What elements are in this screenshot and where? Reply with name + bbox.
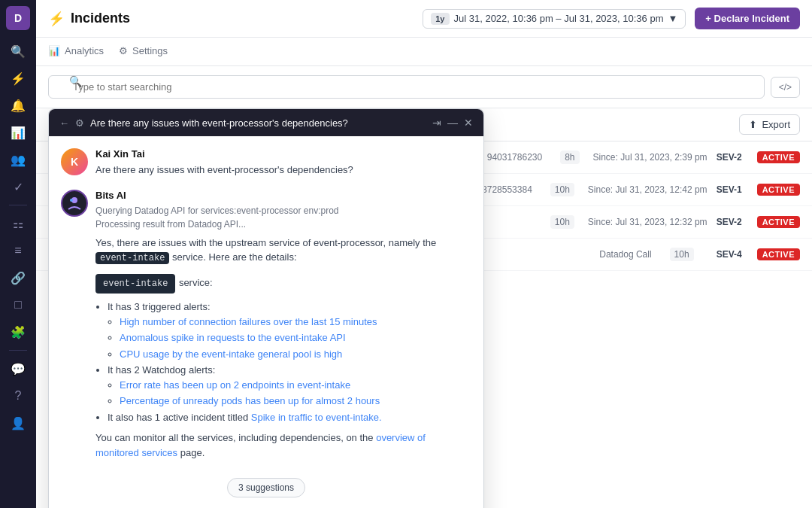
suggestions-row: 3 suggestions: [61, 472, 471, 500]
sidebar-icon-search[interactable]: 🔍: [6, 39, 30, 63]
since-1: Since: Jul 31, 2023, 2:39 pm: [593, 152, 707, 163]
export-icon: ⬆: [749, 119, 757, 130]
service-code-block: event-intake: [95, 274, 175, 294]
sidebar-icon-puzzle[interactable]: 🧩: [6, 320, 30, 344]
search-bar-container: 🔍 </>: [36, 66, 812, 108]
alert-link-2[interactable]: Anomalous spike in requests to the event…: [120, 332, 346, 343]
sev-badge-2: SEV-1: [717, 184, 742, 195]
chat-pin-button[interactable]: ⇥: [432, 117, 441, 129]
page-title: Incidents: [71, 11, 130, 26]
since-2: Since: Jul 31, 2023, 12:42 pm: [588, 184, 707, 195]
period-badge: 1y: [431, 13, 449, 25]
chat-message-ai: Bits AI Querying Datadog API for service…: [61, 190, 471, 461]
avatar-bits: [61, 190, 88, 217]
duration-3: 10h: [550, 215, 574, 229]
list-item: Percentage of unready pods has been up f…: [120, 394, 471, 409]
export-button[interactable]: ⬆ Export: [739, 114, 800, 135]
tab-settings-label: Settings: [132, 45, 168, 56]
sidebar-icon-users[interactable]: 👥: [6, 148, 30, 172]
chat-header-title: Are there any issues with event-processo…: [90, 117, 426, 129]
sev-badge-3: SEV-2: [717, 217, 742, 227]
sev-badge-1: SEV-2: [717, 152, 742, 163]
monitor-link[interactable]: overview of monitored services: [95, 432, 426, 458]
chat-message-user: K Kai Xin Tai Are there any issues with …: [61, 148, 471, 178]
message-content-ai: Bits AI Querying Datadog API for service…: [95, 190, 471, 461]
message-content-1: Kai Xin Tai Are there any issues with ev…: [95, 148, 471, 178]
tab-analytics-label: Analytics: [65, 45, 104, 56]
list-item: Error rate has been up on 2 endpoints in…: [120, 378, 471, 393]
service-label: service:: [179, 277, 213, 288]
duration-1: 8h: [560, 151, 579, 164]
footer-text: You can monitor all the services, includ…: [95, 430, 471, 460]
avatar-kai: K: [61, 148, 88, 175]
sidebar-icon-box[interactable]: □: [6, 293, 30, 317]
chat-panel: ← ⚙ Are there any issues with event-proc…: [48, 108, 484, 508]
analytics-icon: 📊: [48, 45, 60, 56]
export-label: Export: [762, 119, 790, 130]
code-toggle-button[interactable]: </>: [771, 77, 800, 98]
chat-body: K Kai Xin Tai Are there any issues with …: [49, 136, 483, 508]
chat-minimize-button[interactable]: —: [447, 117, 458, 129]
sev-badge-4: SEV-4: [717, 249, 742, 260]
sidebar-icon-help[interactable]: ?: [6, 384, 30, 408]
watchdog-link-1[interactable]: Error rate has been up on 2 endpoints in…: [120, 379, 350, 391]
suggestions-button[interactable]: 3 suggestions: [227, 478, 305, 497]
incident-link[interactable]: Spike in traffic to event-intake.: [251, 412, 382, 423]
message-subtext-1: Querying Datadog API for services:event-…: [95, 204, 471, 217]
list-item: It also has 1 active incident titled Spi…: [108, 410, 471, 425]
chat-header: ← ⚙ Are there any issues with event-proc…: [49, 109, 483, 136]
tab-analytics[interactable]: 📊 Analytics: [48, 38, 104, 65]
search-icon: 🔍: [69, 75, 82, 87]
status-badge-1: ACTIVE: [757, 151, 800, 163]
sidebar-divider-1: [9, 205, 27, 205]
duration-4: 10h: [670, 248, 694, 261]
sidebar: D 🔍 ⚡ 🔔 📊 👥 ✓ ⚏ ≡ 🔗 □ 🧩 💬 ? 👤: [0, 0, 36, 508]
app-logo[interactable]: D: [6, 6, 30, 30]
message-body-ai: Yes, there are issues with the upstream …: [95, 236, 471, 266]
sidebar-divider-2: [9, 350, 27, 351]
nav-tabs: 📊 Analytics ⚙ Settings: [36, 38, 812, 66]
status-badge-2: ACTIVE: [757, 184, 800, 196]
chat-settings-icon[interactable]: ⚙: [75, 117, 84, 129]
sidebar-icon-list[interactable]: ≡: [6, 239, 30, 263]
alert-link-1[interactable]: High number of connection failures over …: [120, 316, 377, 327]
chat-back-button[interactable]: ←: [59, 117, 69, 129]
watchdog-link-2[interactable]: Percentage of unready pods has been up f…: [120, 395, 380, 406]
page-title-area: ⚡ Incidents: [48, 11, 414, 27]
chat-close-button[interactable]: ✕: [464, 117, 473, 129]
svg-point-1: [70, 199, 73, 202]
dropdown-icon: ▼: [668, 13, 677, 24]
tab-settings[interactable]: ⚙ Settings: [119, 38, 168, 65]
list-item: It has 2 Watchdog alerts: Error rate has…: [108, 363, 471, 409]
sidebar-icon-incidents[interactable]: ⚡: [6, 66, 30, 90]
message-subtext-2: Processing result from Datadog API...: [95, 217, 471, 231]
sidebar-icon-chart[interactable]: 📊: [6, 120, 30, 144]
incidents-icon: ⚡: [48, 11, 65, 27]
main-area: ⚡ Incidents 1y Jul 31, 2022, 10:36 pm – …: [36, 0, 812, 508]
sidebar-icon-chat[interactable]: 💬: [6, 357, 30, 381]
date-range-text: Jul 31, 2022, 10:36 pm – Jul 31, 2023, 1…: [454, 13, 664, 24]
sidebar-icon-check[interactable]: ✓: [6, 175, 30, 199]
status-badge-4: ACTIVE: [757, 248, 800, 260]
duration-2: 10h: [550, 183, 574, 196]
code-event-intake: event-intake: [95, 252, 169, 264]
sidebar-icon-user[interactable]: 👤: [6, 411, 30, 435]
alerts-list: It has 3 triggered alerts: High number o…: [108, 300, 471, 424]
list-item: Anomalous spike in requests to the event…: [120, 330, 471, 345]
message-text-1: Are there any issues with event-processo…: [95, 163, 471, 178]
message-sender-ai: Bits AI: [95, 190, 471, 201]
topbar: ⚡ Incidents 1y Jul 31, 2022, 10:36 pm – …: [36, 0, 812, 38]
meeting-label-4: Datadog Call: [599, 249, 651, 260]
list-item: It has 3 triggered alerts: High number o…: [108, 300, 471, 361]
message-sender-1: Kai Xin Tai: [95, 148, 471, 160]
search-input[interactable]: [48, 75, 765, 99]
sidebar-icon-link[interactable]: 🔗: [6, 266, 30, 290]
status-badge-3: ACTIVE: [757, 216, 800, 228]
content-area: ⬆ Export Meeting ID: 94031786230 8h Sinc…: [36, 108, 812, 508]
alert-link-3[interactable]: CPU usage by the event-intake general po…: [120, 348, 342, 360]
date-range-selector[interactable]: 1y Jul 31, 2022, 10:36 pm – Jul 31, 2023…: [423, 9, 686, 29]
sidebar-icon-grid[interactable]: ⚏: [6, 211, 30, 236]
since-3: Since: Jul 31, 2023, 12:32 pm: [588, 217, 707, 227]
declare-incident-button[interactable]: + Declare Incident: [695, 8, 800, 29]
sidebar-icon-alerts[interactable]: 🔔: [6, 93, 30, 117]
